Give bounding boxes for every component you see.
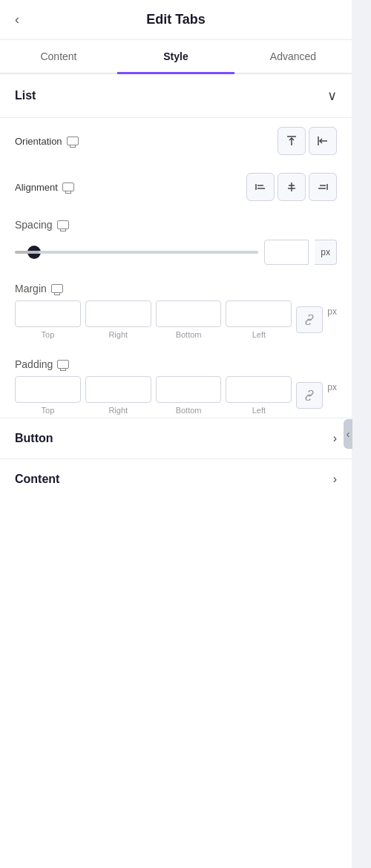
- monitor-icon-margin: [51, 284, 63, 293]
- link-icon-padding: [304, 390, 315, 401]
- padding-top-wrap: Top: [15, 376, 81, 415]
- svg-line-14: [306, 398, 307, 398]
- padding-label: Padding: [15, 358, 53, 370]
- margin-top-wrap: Top: [15, 300, 81, 339]
- panel-title: Edit Tabs: [146, 12, 206, 27]
- slider-fill: [15, 251, 39, 254]
- tab-advanced[interactable]: Advanced: [234, 40, 352, 73]
- orientation-top-button[interactable]: [278, 127, 306, 155]
- list-section-header[interactable]: List ∨: [0, 74, 352, 117]
- padding-left-input[interactable]: [226, 376, 292, 403]
- align-left-icon: [255, 181, 266, 193]
- margin-label: Margin: [15, 283, 47, 295]
- margin-left-wrap: Left: [226, 300, 292, 339]
- list-section-title: List: [15, 89, 36, 102]
- alignment-controls: [246, 173, 337, 201]
- content-section: Content ›: [0, 458, 352, 499]
- margin-link-button[interactable]: [296, 306, 323, 333]
- margin-unit: px: [327, 306, 337, 317]
- padding-bottom-input[interactable]: [156, 376, 222, 403]
- margin-top-input[interactable]: [15, 300, 81, 327]
- padding-left-wrap: Left: [226, 376, 292, 415]
- orientation-top-icon: [286, 135, 298, 147]
- padding-link-button[interactable]: [296, 382, 323, 409]
- spacing-label-row: Spacing: [0, 210, 352, 237]
- spacing-unit: px: [315, 240, 337, 265]
- padding-label-row: Padding: [0, 349, 352, 376]
- margin-inputs: Top Right Bottom Left px: [0, 300, 352, 342]
- padding-bottom-wrap: Bottom: [156, 376, 222, 415]
- orientation-controls: [278, 127, 337, 155]
- padding-right-input[interactable]: [85, 376, 151, 403]
- spacing-slider-row: px: [0, 237, 352, 274]
- header: ‹ Edit Tabs: [0, 0, 352, 40]
- padding-right-wrap: Right: [85, 376, 151, 415]
- align-right-button[interactable]: [309, 173, 337, 201]
- panel-resize-handle[interactable]: [344, 419, 352, 449]
- align-left-button[interactable]: [246, 173, 275, 201]
- margin-label-row: Margin: [0, 274, 352, 300]
- align-center-button[interactable]: [278, 173, 306, 201]
- padding-unit: px: [327, 382, 337, 392]
- alignment-row: Alignment: [0, 164, 352, 210]
- editor-panel: ‹ Edit Tabs Content Style Advanced List …: [0, 0, 352, 868]
- alignment-label: Alignment: [15, 182, 82, 193]
- monitor-icon-padding: [57, 360, 69, 369]
- button-section-title: Button: [15, 432, 53, 445]
- spacing-input[interactable]: [264, 240, 309, 265]
- orientation-left-button[interactable]: [309, 127, 337, 155]
- align-right-icon: [317, 181, 329, 193]
- button-section-arrow: ›: [333, 432, 337, 445]
- orientation-left-icon: [317, 135, 329, 147]
- content-section-title: Content: [15, 473, 59, 486]
- tab-bar: Content Style Advanced: [0, 40, 352, 74]
- tab-style[interactable]: Style: [117, 40, 234, 73]
- slider-track[interactable]: [15, 251, 258, 254]
- back-button[interactable]: ‹: [15, 12, 19, 27]
- content-section-arrow: ›: [333, 473, 337, 486]
- content-section-header[interactable]: Content ›: [0, 459, 352, 499]
- monitor-icon-alignment: [62, 183, 74, 191]
- svg-line-13: [306, 322, 307, 323]
- margin-bottom-input[interactable]: [156, 300, 222, 327]
- button-section: Button ›: [0, 418, 352, 458]
- monitor-icon-spacing: [57, 220, 69, 229]
- orientation-label: Orientation: [15, 136, 82, 147]
- button-section-header[interactable]: Button ›: [0, 418, 352, 458]
- align-center-icon: [286, 181, 298, 193]
- padding-inputs: Top Right Bottom Left px: [0, 376, 352, 418]
- spacing-label: Spacing: [15, 219, 53, 231]
- padding-top-input[interactable]: [15, 376, 81, 403]
- margin-left-input[interactable]: [226, 300, 292, 327]
- orientation-row: Orientation: [0, 118, 352, 164]
- monitor-icon: [67, 137, 79, 145]
- margin-bottom-wrap: Bottom: [156, 300, 222, 339]
- tab-content[interactable]: Content: [0, 40, 117, 73]
- link-icon: [304, 315, 315, 325]
- margin-right-wrap: Right: [85, 300, 151, 339]
- margin-right-input[interactable]: [85, 300, 151, 327]
- list-chevron-icon: ∨: [327, 88, 337, 104]
